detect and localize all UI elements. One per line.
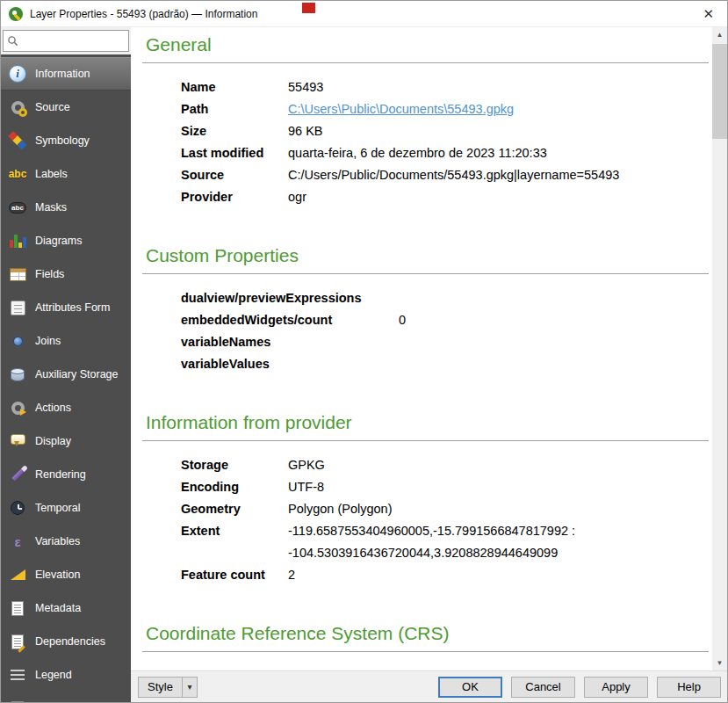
diagrams-icon xyxy=(7,230,28,251)
row-label: Feature count xyxy=(181,564,288,586)
sidebar-item-attributes-form[interactable]: Attributes Form xyxy=(1,291,131,324)
sidebar-item-source[interactable]: Source xyxy=(1,91,131,124)
sidebar-item-label: Temporal xyxy=(35,502,80,514)
row-label: Size xyxy=(181,120,288,142)
row-provider: Provider ogr xyxy=(181,186,702,208)
auxiliary-storage-icon xyxy=(7,364,28,385)
scroll-down-button[interactable] xyxy=(712,656,727,670)
row-variable-names: variableNames xyxy=(181,331,702,353)
sidebar-item-actions[interactable]: Actions xyxy=(1,391,131,424)
section-title: General xyxy=(146,34,702,55)
divider xyxy=(142,440,709,441)
sidebar-item-label: Auxiliary Storage xyxy=(35,368,119,380)
row-label: Extent xyxy=(181,520,288,542)
sidebar-item-auxiliary-storage[interactable]: Auxiliary Storage xyxy=(1,358,131,391)
row-value: GPKG xyxy=(288,454,325,476)
variables-icon xyxy=(7,531,28,552)
sidebar-item-symbology[interactable]: Symbology xyxy=(1,124,131,157)
provider-table: Storage GPKG Encoding UTF-8 Geometry Pol… xyxy=(181,454,702,586)
scroll-up-button[interactable] xyxy=(712,27,727,42)
content-scrollbar[interactable] xyxy=(712,27,727,670)
style-button[interactable]: Style xyxy=(138,677,182,698)
row-encoding: Encoding UTF-8 xyxy=(181,476,702,498)
sidebar-item-label: Labels xyxy=(35,168,68,180)
path-link[interactable]: C:\Users\Public\Documents\55493.gpkg xyxy=(288,102,514,116)
actions-icon xyxy=(7,397,28,418)
sidebar-item-display[interactable]: Display xyxy=(1,424,131,458)
dependencies-icon xyxy=(7,631,28,652)
apply-button[interactable]: Apply xyxy=(584,677,648,698)
window-title: Layer Properties - 55493 (padrão) — Info… xyxy=(30,8,257,20)
metadata-icon xyxy=(7,598,28,619)
sidebar-item-label: Dependencies xyxy=(35,635,105,648)
sidebar-item-legend[interactable]: Legend xyxy=(1,658,131,692)
cancel-button[interactable]: Cancel xyxy=(511,677,575,698)
section-provider-information: Information from provider Storage GPKG E… xyxy=(146,412,702,586)
row-storage: Storage GPKG xyxy=(181,454,702,476)
sidebar-item-label: Variables xyxy=(35,535,80,547)
sidebar-item-labels[interactable]: Labels xyxy=(1,157,131,191)
row-dualview-preview-expressions: dualview/previewExpressions xyxy=(181,287,702,309)
row-label: Last modified xyxy=(181,142,288,164)
row-label: Path xyxy=(181,98,288,120)
sidebar-item-qgis-server[interactable]: QGIS Server xyxy=(1,692,131,702)
source-icon xyxy=(7,97,28,118)
labels-icon xyxy=(7,163,28,185)
row-value: C:\Users\Public\Documents\55493.gpkg xyxy=(288,98,514,120)
sidebar-item-metadata[interactable]: Metadata xyxy=(1,591,131,625)
row-label: variableValues xyxy=(181,353,399,375)
style-dropdown-arrow[interactable] xyxy=(182,677,198,698)
row-label: Geometry xyxy=(181,498,288,520)
sidebar-item-fields[interactable]: Fields xyxy=(1,257,131,291)
row-variable-values: variableValues xyxy=(181,353,702,375)
row-label: dualview/previewExpressions xyxy=(181,287,399,309)
sidebar-item-label: Fields xyxy=(35,268,64,280)
layer-properties-dialog: Layer Properties - 55493 (padrão) — Info… xyxy=(0,0,728,703)
sidebar: Information Source Symbology Labels Mask xyxy=(1,27,131,702)
sidebar-item-label: Rendering xyxy=(35,468,86,481)
sidebar-item-label: Source xyxy=(35,101,70,113)
content-panel: General Name 55493 Path C:\Users\Public\… xyxy=(131,27,727,670)
close-button[interactable]: ✕ xyxy=(698,5,718,22)
qgis-logo-icon xyxy=(8,6,24,22)
row-feature-count: Feature count 2 xyxy=(181,564,702,586)
sidebar-search-input[interactable] xyxy=(4,31,128,51)
divider xyxy=(142,62,709,63)
information-icon xyxy=(7,63,28,84)
sidebar-item-label: Joins xyxy=(35,335,61,347)
sidebar-item-information[interactable]: Information xyxy=(1,57,131,91)
sidebar-search-row xyxy=(1,27,131,54)
sidebar-item-diagrams[interactable]: Diagrams xyxy=(1,224,131,257)
content-column: General Name 55493 Path C:\Users\Public\… xyxy=(131,27,727,702)
sidebar-item-masks[interactable]: Masks xyxy=(1,191,131,224)
row-value: UTF-8 xyxy=(288,476,324,498)
row-embedded-widgets-count: embeddedWidgets/count 0 xyxy=(181,309,702,331)
row-value: Polygon (Polygon) xyxy=(288,498,393,520)
sidebar-item-variables[interactable]: Variables xyxy=(1,525,131,558)
sidebar-item-label: Actions xyxy=(35,402,71,414)
titlebar: Layer Properties - 55493 (padrão) — Info… xyxy=(1,1,727,27)
row-label: Source xyxy=(181,164,288,186)
row-label: variableNames xyxy=(181,331,399,353)
row-value: -119.6587553404960005,-15.79915668478179… xyxy=(288,520,575,564)
sidebar-item-label: Elevation xyxy=(35,569,80,581)
row-label: Encoding xyxy=(181,476,288,498)
row-label: Storage xyxy=(181,454,288,476)
temporal-icon xyxy=(7,497,28,518)
red-indicator xyxy=(302,3,315,13)
sidebar-item-rendering[interactable]: Rendering xyxy=(1,458,131,491)
row-value: 2 xyxy=(288,564,295,586)
legend-icon xyxy=(7,664,28,685)
scroll-thumb[interactable] xyxy=(712,44,727,139)
sidebar-item-elevation[interactable]: Elevation xyxy=(1,558,131,591)
masks-icon xyxy=(7,197,28,218)
ok-button[interactable]: OK xyxy=(438,677,502,698)
row-last-modified: Last modified quarta-feira, 6 de dezembr… xyxy=(181,142,702,164)
sidebar-item-dependencies[interactable]: Dependencies xyxy=(1,625,131,658)
sidebar-item-temporal[interactable]: Temporal xyxy=(1,491,131,525)
sidebar-item-label: Display xyxy=(35,435,71,447)
help-button[interactable]: Help xyxy=(657,677,721,698)
section-general: General Name 55493 Path C:\Users\Public\… xyxy=(146,34,702,208)
divider xyxy=(142,273,709,274)
sidebar-item-joins[interactable]: Joins xyxy=(1,324,131,358)
